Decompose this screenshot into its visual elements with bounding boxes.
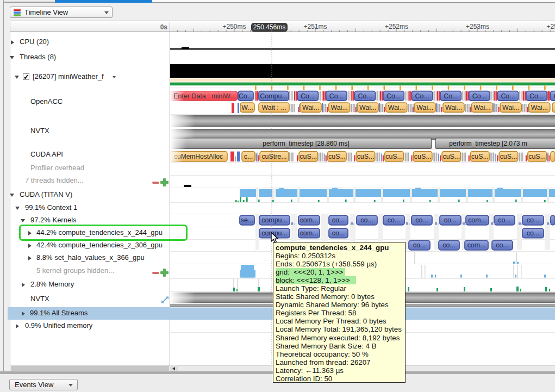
svg-text:co...: co... bbox=[360, 216, 373, 224]
svg-text:Wai...: Wai... bbox=[388, 104, 405, 111]
svg-text:cuS...: cuS... bbox=[471, 153, 489, 160]
svg-text:co...: co... bbox=[444, 216, 457, 224]
svg-text:co...: co... bbox=[415, 216, 428, 224]
svg-text:Co...: Co... bbox=[444, 92, 458, 100]
svg-text:Co...: Co... bbox=[386, 92, 401, 100]
svg-text:cuS...: cuS... bbox=[385, 153, 403, 160]
svg-text:com...: com... bbox=[300, 216, 319, 224]
svg-text:co...: co... bbox=[332, 229, 345, 237]
svg-text:Wait : ...: Wait : ... bbox=[262, 104, 286, 111]
svg-text:Co...: Co... bbox=[472, 92, 487, 100]
svg-text:Wai...: Wai... bbox=[302, 104, 319, 111]
svg-text:Wai...: Wai... bbox=[502, 104, 519, 111]
svg-text:cuStre...: cuStre... bbox=[261, 153, 286, 160]
svg-text:Co...: Co... bbox=[415, 92, 429, 100]
svg-text:cuS...: cuS... bbox=[328, 153, 346, 160]
svg-text:Co...: Co... bbox=[529, 92, 544, 100]
svg-text:Enter Data : miniW...: Enter Data : miniW... bbox=[173, 92, 236, 100]
svg-text:+253ms: +253ms bbox=[466, 23, 489, 30]
svg-text:co...: co... bbox=[388, 216, 400, 224]
svg-text:se...: se... bbox=[241, 216, 253, 224]
svg-text:Compu...: Compu... bbox=[260, 92, 287, 100]
svg-text:co...: co... bbox=[413, 241, 426, 249]
svg-text:Wai...: Wai... bbox=[445, 104, 462, 111]
svg-text:Co...: Co... bbox=[358, 92, 372, 100]
svg-text:co...: co... bbox=[496, 241, 508, 249]
svg-text:Wai...: Wai... bbox=[330, 104, 347, 111]
svg-text:+251ms: +251ms bbox=[303, 23, 327, 30]
svg-text:cuS...: cuS... bbox=[300, 153, 317, 160]
svg-text:co...: co... bbox=[332, 216, 345, 224]
svg-text:co...: co... bbox=[498, 216, 510, 224]
svg-text:com...: com... bbox=[468, 216, 487, 224]
svg-text:compu...: compu... bbox=[261, 216, 288, 224]
svg-text:Co...: Co... bbox=[239, 92, 253, 100]
svg-text:cuS...: cuS... bbox=[528, 153, 546, 160]
svg-text:+252ms: +252ms bbox=[385, 23, 408, 30]
svg-text:Wai...: Wai... bbox=[531, 104, 548, 111]
svg-text:cuS...: cuS... bbox=[414, 153, 432, 160]
svg-text:Co...: Co... bbox=[501, 92, 515, 100]
svg-text:perform_timestep [2.073 m: perform_timestep [2.073 m bbox=[449, 140, 527, 147]
svg-text:co...: co... bbox=[527, 216, 539, 224]
svg-text:cuS...: cuS... bbox=[442, 153, 460, 160]
svg-text:cuS...: cuS... bbox=[357, 153, 375, 160]
svg-text:cuS...: cuS... bbox=[500, 153, 517, 160]
svg-text:c...: c... bbox=[244, 153, 253, 160]
svg-text:+250ms: +250ms bbox=[222, 23, 246, 30]
svg-text:W...: W... bbox=[241, 104, 253, 111]
svg-text:Wai...: Wai... bbox=[473, 104, 490, 111]
svg-text:Co...: Co... bbox=[301, 92, 315, 100]
svg-text:com...: com... bbox=[300, 229, 319, 237]
svg-text:co...: co... bbox=[442, 241, 455, 249]
svg-text:Wai...: Wai... bbox=[416, 104, 433, 111]
svg-text:Co...: Co... bbox=[329, 92, 344, 100]
svg-text:Wai...: Wai... bbox=[359, 104, 376, 111]
svg-text:250.456ms: 250.456ms bbox=[253, 23, 285, 31]
svg-text:perform_timestep [28.860 ms]: perform_timestep [28.860 ms] bbox=[263, 140, 349, 147]
svg-text:+254ms: +254ms bbox=[546, 23, 555, 30]
svg-text:com...: com... bbox=[467, 241, 486, 249]
svg-text:co...: co... bbox=[527, 229, 539, 237]
